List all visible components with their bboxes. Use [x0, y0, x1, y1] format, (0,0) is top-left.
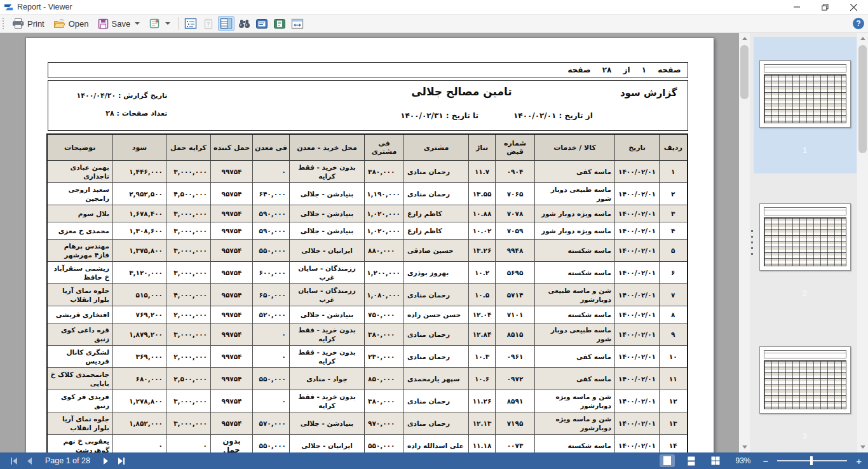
save-dropdown-caret[interactable]	[135, 22, 140, 25]
last-page-button[interactable]	[118, 458, 125, 465]
thumb-scroll-down-arrow[interactable]	[857, 442, 868, 452]
table-cell: ۱۲	[660, 390, 688, 412]
thumb-scroll-up-arrow[interactable]	[857, 33, 868, 44]
table-cell: ۷۰۵۹	[496, 222, 535, 240]
table-row: ۱۳۱۴۰۰/۰۲/۰۱شن و ماسه ویژه دوبارشور۷۱۹۵۱…	[47, 412, 688, 435]
table-cell: بدون خرید - فقط کرایه	[290, 161, 365, 183]
whole-page-view-button[interactable]	[271, 16, 288, 31]
table-cell: ۱,۶۷۸,۴۰۰	[113, 205, 166, 222]
content-area: صفحه ۱ از ۲۸ صفحه گزارش سود تامین مصالح …	[0, 33, 868, 452]
thumbnail-page-image	[759, 203, 851, 271]
page-number-strip: صفحه ۱ از ۲۸ صفحه	[48, 62, 688, 78]
multiple-pages-icon	[711, 456, 720, 465]
report-viewer-window: Report - Viewer	[0, 0, 868, 469]
table-cell: ۹۵۷۵۴	[211, 183, 253, 205]
multiple-pages-mode-button[interactable]	[708, 454, 723, 467]
email-dropdown-caret[interactable]	[165, 22, 170, 25]
table-cell: محمدی خ معزی	[47, 222, 113, 240]
restore-button[interactable]	[811, 0, 839, 14]
save-button[interactable]: Save	[93, 17, 145, 31]
next-page-button[interactable]	[103, 458, 109, 465]
send-email-button[interactable]	[144, 16, 175, 31]
thumbnail-mini-table	[764, 360, 846, 409]
table-cell: ماسه طبیعی دوبار شور	[535, 183, 615, 205]
table-cell: ۷۱۰۱	[496, 306, 535, 323]
minimize-button[interactable]	[782, 0, 811, 14]
main-vertical-scrollbar[interactable]	[739, 33, 750, 452]
table-cell: شن و ماسه ویژه دوبارشور	[535, 390, 615, 412]
table-cell: ماسه کفی	[535, 161, 615, 183]
table-cell: ۷۶۹,۲۰۰	[113, 306, 166, 323]
page-width-button[interactable]	[289, 16, 306, 31]
close-button[interactable]	[839, 0, 868, 14]
help-button[interactable]: ?	[853, 18, 864, 29]
scroll-down-arrow[interactable]	[739, 442, 750, 452]
zoom-in-button[interactable]: +	[856, 456, 862, 466]
table-cell: ۶	[660, 262, 688, 284]
print-button-label: Print	[27, 19, 44, 29]
table-cell: ۵۷۱۴	[496, 284, 535, 306]
table-cell: ۳,۱۲۰,۰۰۰	[113, 262, 166, 284]
report-page: صفحه ۱ از ۲۸ صفحه گزارش سود تامین مصالح …	[25, 37, 714, 452]
table-cell: ۱۴۰۰/۰۲/۰۱	[615, 222, 660, 240]
table-cell: ۱	[660, 161, 688, 183]
print-button[interactable]: Print	[8, 16, 49, 31]
one-page-view-icon	[255, 18, 268, 29]
table-cell: ۳,۰۰۰,۰۰۰	[166, 222, 211, 240]
table-cell: ۹۹۷۵۴	[211, 368, 253, 390]
find-button[interactable]	[236, 16, 252, 31]
table-row: ۶۱۴۰۰/۰۲/۰۱ماسه شکسته۵۶۹۵۱۰.۲بهروز بوذری…	[47, 262, 688, 284]
scrollbar-thumb[interactable]	[740, 45, 749, 99]
previous-page-button[interactable]	[27, 458, 32, 465]
thumb-scrollbar-thumb[interactable]	[858, 45, 867, 153]
table-cell: ۱۴۰۰/۰۲/۰۱	[615, 284, 660, 306]
table-cell: ماسه شکسته	[535, 262, 615, 284]
table-row: ۲۱۴۰۰/۰۲/۰۱ماسه طبیعی دوبار شور۷۰۶۵۱۳.۵۵…	[47, 183, 688, 205]
table-cell: ۹	[660, 323, 688, 346]
continuous-mode-button[interactable]	[684, 454, 699, 467]
window-title: Report - Viewer	[17, 3, 72, 11]
table-row: ۱۰۱۴۰۰/۰۲/۰۱ماسه کفی۰۹۶۱۱۰.۳رحمان منادی۲…	[47, 346, 688, 368]
table-cell: رحمان منادی	[404, 183, 469, 205]
table-cell: ۸۵۰,۰۰۰	[365, 368, 404, 390]
page-thumbnail[interactable]: 1	[754, 37, 857, 173]
table-cell: ۵۲۰,۰۰۰	[253, 306, 290, 323]
thumbnail-mini-header	[764, 350, 846, 358]
table-cell: ۱۳.۵۵	[469, 183, 496, 205]
single-page-mode-button[interactable]	[660, 454, 675, 467]
table-cell: ۱۰.۸۸	[469, 205, 496, 222]
table-cell: رحمان منادی	[404, 346, 469, 368]
table-cell: ایرانیان - جلالی	[290, 435, 365, 453]
parameters-icon: ?	[203, 18, 214, 30]
zoom-slider[interactable]	[777, 460, 847, 461]
toolbar-grip[interactable]	[2, 17, 5, 30]
table-cell: بهمن عبادی تاجداری	[47, 161, 113, 183]
table-cell: ۱۴۰۰/۰۲/۰۱	[615, 306, 660, 323]
zoom-slider-handle[interactable]	[810, 456, 813, 465]
table-cell: ۱۰.۲	[469, 262, 496, 284]
table-cell: ۰۹۰۴	[496, 161, 535, 183]
table-cell: ۰	[253, 390, 290, 412]
table-cell: ۵۶۹۵	[496, 262, 535, 284]
table-cell: ۱۲.۱۳	[469, 412, 496, 435]
one-page-view-button[interactable]	[254, 16, 270, 31]
document-map-button[interactable]	[182, 16, 199, 31]
zoom-out-button[interactable]: −	[763, 456, 768, 466]
table-cell: ۹۹۷۵۴	[211, 390, 253, 412]
table-cell: ۱,۳۰۸,۶۰۰	[113, 222, 166, 240]
table-cell: ۳,۰۰۰,۰۰۰	[166, 205, 211, 222]
panel-splitter-handle[interactable]	[750, 228, 754, 257]
table-row: ۱۴۱۴۰۰/۰۲/۰۱ماسه شکسته۰۰۷۳۱۱.۱۸علی اسدال…	[47, 435, 688, 453]
open-button[interactable]: Open	[49, 17, 93, 31]
page-thumbnail[interactable]: 2	[754, 180, 857, 316]
first-page-button[interactable]	[10, 458, 18, 465]
thumbnail-scrollbar[interactable]	[857, 33, 868, 452]
scroll-up-arrow[interactable]	[739, 33, 750, 44]
table-cell: ۹۹۷۵۴	[211, 306, 253, 323]
thumbnails-button[interactable]	[218, 16, 234, 31]
table-cell: ۱۴۰۰/۰۲/۰۱	[615, 368, 660, 390]
page-thumbnail[interactable]: 3	[754, 323, 857, 452]
table-cell: بنیادشن - جلالی	[290, 412, 365, 435]
table-cell: ۳۸۰,۰۰۰	[365, 390, 404, 412]
table-cell: بنیادشن - جلالی	[290, 183, 365, 205]
